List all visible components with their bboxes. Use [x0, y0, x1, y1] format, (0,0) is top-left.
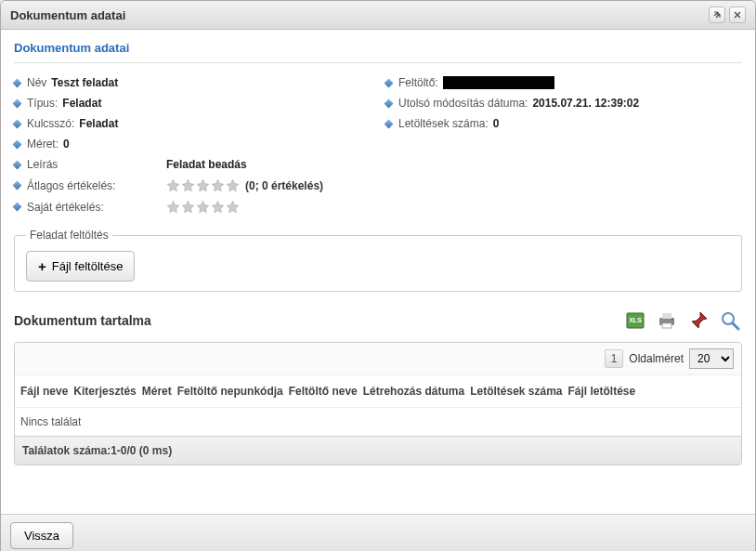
- table-empty: Nincs találat: [15, 407, 741, 436]
- svg-text:XLS: XLS: [629, 317, 642, 323]
- print-icon[interactable]: [655, 308, 679, 333]
- size-label: Méret:: [27, 138, 59, 151]
- svg-rect-3: [662, 313, 671, 319]
- export-xls-icon[interactable]: XLS: [623, 308, 647, 333]
- downloads-value: 0: [493, 117, 500, 130]
- avg-rating-label: Átlagos értékelés:: [27, 179, 115, 192]
- divider: [14, 62, 742, 63]
- type-label: Típus:: [27, 97, 58, 110]
- page-number[interactable]: 1: [605, 349, 624, 368]
- th-downloads[interactable]: Letöltések száma: [470, 385, 562, 398]
- th-uploader-code[interactable]: Feltöltő nepunkódja: [177, 385, 283, 398]
- section-heading: Dokumentum adatai: [14, 41, 742, 55]
- upload-file-button[interactable]: + Fájl feltöltése: [26, 251, 135, 282]
- desc-value: Feladat beadás: [166, 158, 247, 171]
- titlebar: Dokumentum adatai: [1, 1, 755, 30]
- keyword-label: Kulcsszó:: [27, 117, 74, 130]
- th-filename[interactable]: Fájl neve: [20, 385, 68, 398]
- search-icon[interactable]: [718, 308, 742, 333]
- table-headers: Fájl neve Kiterjesztés Méret Feltöltő ne…: [15, 374, 741, 407]
- name-value: Teszt feladat: [51, 76, 118, 89]
- svg-rect-4: [662, 323, 671, 328]
- avg-rating-stars: [166, 178, 240, 192]
- th-created[interactable]: Létrehozás dátuma: [363, 385, 464, 398]
- dialog-title: Dokumentum adatai: [10, 8, 705, 22]
- type-value: Feladat: [62, 97, 101, 110]
- upload-fieldset: Feladat feltöltés + Fájl feltöltése: [14, 229, 742, 292]
- size-value: 0: [63, 138, 70, 151]
- contents-title: Dokumentum tartalma: [14, 313, 623, 328]
- name-label: Név: [27, 76, 46, 89]
- pagesize-select[interactable]: 20: [689, 348, 734, 369]
- th-download-file[interactable]: Fájl letöltése: [568, 385, 636, 398]
- close-button[interactable]: [729, 7, 746, 23]
- th-size[interactable]: Méret: [142, 385, 172, 398]
- maximize-button[interactable]: [709, 7, 725, 23]
- dialog-footer: Vissza: [1, 514, 755, 551]
- lastmod-label: Utolsó módosítás dátuma:: [398, 97, 528, 110]
- th-uploader-name[interactable]: Feltöltő neve: [289, 385, 358, 398]
- th-ext[interactable]: Kiterjesztés: [73, 385, 136, 398]
- dialog: Dokumentum adatai Dokumentum adatai Név …: [0, 0, 756, 551]
- lastmod-value: 2015.07.21. 12:39:02: [532, 97, 639, 110]
- downloads-label: Letöltések száma:: [398, 117, 489, 130]
- pagesize-label: Oldalméret: [629, 352, 684, 365]
- avg-rating-text: (0; 0 értékelés): [245, 179, 323, 192]
- upload-button-label: Fájl feltöltése: [52, 259, 124, 273]
- contents-table: 1 Oldalméret 20 Fájl neve Kiterjesztés M…: [14, 342, 742, 466]
- back-button[interactable]: Vissza: [10, 522, 73, 549]
- own-rating-label: Saját értékelés:: [27, 201, 104, 214]
- upload-legend: Feladat feltöltés: [26, 229, 112, 242]
- plus-icon: +: [38, 258, 46, 274]
- keyword-value: Feladat: [79, 117, 118, 130]
- table-footer: Találatok száma:1-0/0 (0 ms): [15, 436, 741, 465]
- uploader-label: Feltöltő:: [398, 76, 438, 89]
- pin-icon[interactable]: [686, 308, 710, 333]
- svg-point-5: [671, 319, 673, 321]
- desc-label: Leírás: [27, 158, 58, 171]
- own-rating-stars[interactable]: [166, 200, 240, 214]
- uploader-value-redacted: [443, 76, 554, 89]
- svg-line-7: [733, 323, 738, 329]
